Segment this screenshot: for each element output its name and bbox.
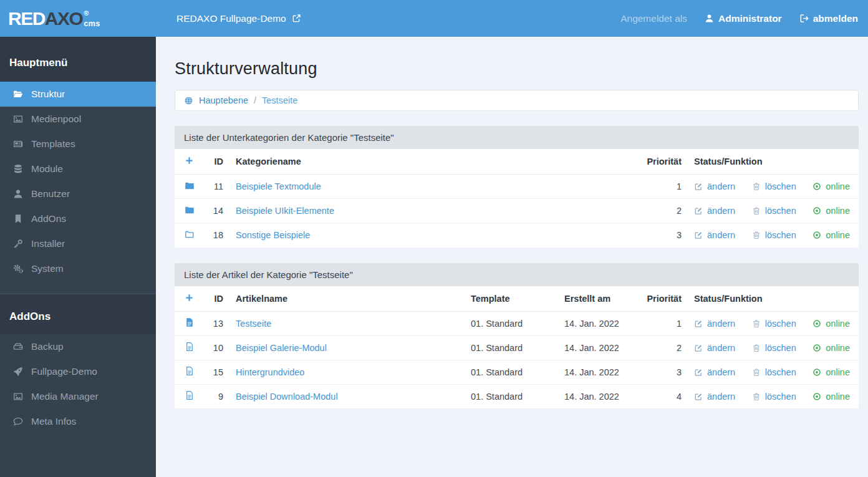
row-name-cell: Hintergrundvideo (228, 360, 466, 384)
delete-label: löschen (765, 343, 796, 353)
sidebar-item-medienpool[interactable]: Medienpool (0, 107, 156, 132)
sidebar-item-label: Benutzer (31, 188, 70, 200)
sidebar-item-label: System (31, 263, 64, 274)
delete-link[interactable]: löschen (752, 181, 796, 191)
row-name-cell: Beispiel Galerie-Modul (228, 335, 466, 360)
panel-categories: Liste der Unterkategorien der Kategorie … (175, 126, 859, 248)
row-id: 18 (203, 223, 228, 248)
sidebar-item-media-manager[interactable]: Media Manager (0, 384, 156, 409)
newspaper-icon (12, 139, 24, 149)
sidebar-item-label: Backup (31, 341, 64, 352)
sidebar-item-meta-infos[interactable]: Meta Infos (0, 409, 156, 434)
row-priority: 1 (639, 311, 687, 335)
main-content: Strukturverwaltung Hauptebene / Testseit… (156, 37, 868, 477)
article-link[interactable]: Testseite (236, 319, 271, 329)
row-created-date: 14. Jan. 2022 (559, 335, 639, 360)
table-row: 10Beispiel Galerie-Modul01. Standard14. … (175, 335, 859, 360)
table-row: 13Testseite01. Standard14. Jan. 20221änd… (175, 311, 859, 335)
breadcrumb-current-link[interactable]: Testseite (262, 95, 297, 105)
sidebar-section-title: AddOns (0, 294, 156, 334)
delete-link[interactable]: löschen (752, 206, 796, 216)
edit-label: ändern (707, 319, 735, 329)
topbar-user-area: Angemeldet als Administrator abmelden (620, 13, 868, 24)
breadcrumb-root-link[interactable]: Hauptebene (199, 95, 248, 105)
delete-link[interactable]: löschen (752, 319, 796, 329)
status-label: online (826, 230, 850, 240)
table-header-row: IDKategorienamePrioritätStatus/Funktion (175, 149, 859, 175)
delete-link[interactable]: löschen (752, 392, 796, 402)
sidebar-item-fullpage-demo[interactable]: Fullpage-Demo (0, 359, 156, 384)
row-actions: ändernlöschenonline (694, 206, 850, 216)
trash-icon (752, 368, 761, 377)
edit-link[interactable]: ändern (694, 367, 735, 377)
row-id: 13 (203, 311, 228, 335)
edit-link[interactable]: ändern (694, 230, 735, 240)
category-link[interactable]: Sonstige Beispiele (236, 230, 310, 240)
row-priority: 3 (639, 360, 687, 384)
status-label: online (826, 367, 850, 377)
database-icon (12, 164, 24, 174)
edit-link[interactable]: ändern (694, 392, 735, 402)
add-column-header (175, 149, 203, 175)
logout-link[interactable]: abmelden (799, 13, 858, 24)
row-icon-cell (175, 311, 203, 335)
edit-label: ändern (707, 343, 735, 353)
article-link[interactable]: Beispiel Galerie-Modul (236, 343, 327, 353)
row-icon-cell (175, 335, 203, 360)
add-column-header (175, 286, 203, 312)
sidebar-item-struktur[interactable]: Struktur (0, 82, 156, 107)
status-link[interactable]: online (813, 367, 850, 377)
site-link[interactable]: REDAXO Fullpage-Demo (176, 13, 301, 24)
row-actions: ändernlöschenonline (694, 230, 850, 240)
sidebar-section-hauptmenü: HauptmenüStrukturMedienpoolTemplatesModu… (0, 37, 156, 281)
edit-icon (694, 392, 703, 401)
user-link[interactable]: Administrator (705, 13, 782, 24)
status-link[interactable]: online (813, 181, 850, 191)
article-link[interactable]: Hintergrundvideo (236, 367, 304, 377)
status-link[interactable]: online (813, 343, 850, 353)
delete-link[interactable]: löschen (752, 230, 796, 240)
row-priority: 4 (639, 384, 687, 408)
edit-link[interactable]: ändern (694, 343, 735, 353)
column-header-artikelname: Artikelname (228, 286, 466, 312)
delete-link[interactable]: löschen (752, 343, 796, 353)
dot-circle-icon (813, 344, 821, 352)
add-article-button[interactable] (185, 293, 194, 302)
trash-icon (752, 344, 761, 352)
categories-table: IDKategorienamePrioritätStatus/Funktion1… (175, 149, 859, 248)
comment-icon (12, 417, 24, 426)
status-link[interactable]: online (813, 206, 850, 216)
bookmark-icon (12, 214, 24, 224)
sidebar-item-module[interactable]: Module (0, 157, 156, 181)
status-link[interactable]: online (813, 230, 850, 240)
sidebar-item-templates[interactable]: Templates (0, 132, 156, 157)
delete-label: löschen (765, 367, 796, 377)
delete-link[interactable]: löschen (752, 367, 796, 377)
edit-link[interactable]: ändern (694, 181, 735, 191)
status-link[interactable]: online (813, 319, 850, 329)
status-link[interactable]: online (813, 392, 850, 402)
sidebar-item-label: Media Manager (31, 391, 99, 402)
username-label: Administrator (718, 13, 782, 24)
edit-link[interactable]: ändern (694, 319, 735, 329)
row-status-cell: ändernlöschenonline (687, 360, 859, 384)
sidebar-item-backup[interactable]: Backup (0, 334, 156, 359)
sidebar-item-installer[interactable]: Installer (0, 231, 156, 256)
category-link[interactable]: Beispiele UIkit-Elemente (236, 206, 334, 216)
row-status-cell: ändernlöschenonline (687, 223, 859, 248)
row-template: 01. Standard (466, 335, 559, 360)
article-link[interactable]: Beispiel Download-Modul (236, 392, 338, 402)
row-status-cell: ändernlöschenonline (687, 311, 859, 335)
sidebar-item-benutzer[interactable]: Benutzer (0, 181, 156, 206)
sidebar-item-system[interactable]: System (0, 256, 156, 281)
edit-icon (694, 368, 703, 377)
delete-label: löschen (765, 206, 796, 216)
edit-link[interactable]: ändern (694, 206, 735, 216)
column-header-erstellt-am: Erstellt am (559, 286, 639, 312)
row-template: 01. Standard (466, 311, 559, 335)
add-category-button[interactable] (185, 156, 194, 165)
row-icon-cell (175, 360, 203, 384)
category-link[interactable]: Beispiele Textmodule (236, 181, 321, 191)
sidebar-item-addons[interactable]: AddOns (0, 206, 156, 231)
table-header-row: IDArtikelnameTemplateErstellt amPrioritä… (175, 286, 859, 312)
